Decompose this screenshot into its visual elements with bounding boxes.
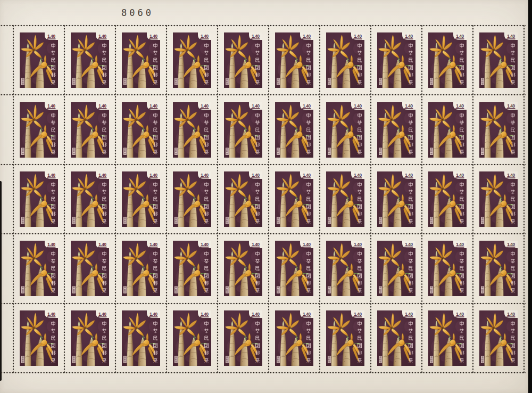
stamp-artwork bbox=[377, 171, 415, 227]
stamp-artwork bbox=[326, 32, 364, 88]
stamp-artwork bbox=[224, 171, 262, 227]
stamp-artwork bbox=[479, 171, 518, 227]
stamp-artwork bbox=[428, 310, 467, 366]
stamp-artwork bbox=[275, 171, 313, 227]
stamp-artwork bbox=[275, 102, 313, 158]
stamp bbox=[218, 165, 269, 234]
scan-edge-left bbox=[0, 181, 2, 381]
stamp bbox=[13, 304, 64, 373]
stamp bbox=[422, 234, 473, 303]
stamp-artwork bbox=[20, 241, 58, 296]
stamp-artwork bbox=[224, 32, 262, 88]
stamp-artwork bbox=[377, 241, 415, 296]
stamp-artwork bbox=[275, 32, 313, 88]
stamp-sheet: 8060 bbox=[0, 0, 528, 393]
stamp bbox=[269, 304, 320, 373]
perforation-column bbox=[523, 24, 525, 374]
perforation-column bbox=[319, 24, 321, 374]
stamp bbox=[371, 304, 422, 373]
perforation-column bbox=[217, 24, 219, 374]
stamp-artwork bbox=[224, 241, 262, 296]
stamp-artwork bbox=[173, 171, 211, 227]
stamp bbox=[320, 26, 371, 95]
stamp-artwork bbox=[428, 171, 467, 227]
stamp bbox=[167, 165, 218, 234]
stamp-artwork bbox=[428, 241, 467, 296]
stamp-artwork bbox=[377, 32, 415, 88]
stamp-artwork bbox=[173, 310, 211, 366]
stamp bbox=[371, 95, 422, 164]
stamp bbox=[167, 26, 218, 95]
perforation-column bbox=[165, 24, 168, 374]
stamp bbox=[320, 95, 371, 164]
stamp-artwork bbox=[377, 310, 415, 366]
stamp-artwork bbox=[20, 102, 58, 158]
stamp bbox=[115, 26, 167, 95]
stamp bbox=[473, 26, 524, 95]
perforation-row bbox=[0, 233, 526, 235]
stamp bbox=[115, 304, 167, 373]
stamp bbox=[422, 95, 473, 164]
stamp bbox=[422, 304, 473, 373]
stamp bbox=[218, 95, 269, 164]
perforation-column bbox=[421, 24, 423, 374]
stamp bbox=[371, 165, 422, 234]
stamp-artwork bbox=[20, 32, 58, 88]
stamp-artwork bbox=[122, 171, 160, 227]
stamp-artwork bbox=[122, 102, 160, 158]
stamp bbox=[320, 234, 371, 303]
stamp bbox=[115, 95, 167, 164]
stamp-artwork bbox=[71, 32, 109, 88]
stamp bbox=[64, 165, 115, 234]
stamp bbox=[64, 234, 115, 303]
perforation-column bbox=[268, 24, 270, 374]
stamp bbox=[64, 304, 115, 373]
stamp bbox=[167, 95, 218, 164]
perforation-row bbox=[0, 372, 526, 374]
stamp bbox=[167, 234, 218, 303]
stamp bbox=[13, 95, 64, 164]
perforation-row bbox=[0, 163, 526, 166]
stamp-artwork bbox=[479, 32, 518, 88]
stamp bbox=[13, 165, 64, 234]
sheet-control-number: 8060 bbox=[121, 7, 154, 18]
stamp-artwork bbox=[224, 310, 262, 366]
stamp-artwork bbox=[71, 171, 109, 227]
perforation-column bbox=[63, 24, 65, 374]
stamp bbox=[473, 165, 524, 234]
perforation-column bbox=[12, 24, 14, 374]
stamp bbox=[269, 26, 320, 95]
stamp-artwork bbox=[122, 241, 160, 296]
stamp bbox=[371, 234, 422, 303]
stamp-artwork bbox=[326, 310, 364, 366]
stamp bbox=[269, 95, 320, 164]
stamp-artwork bbox=[122, 310, 160, 366]
stamp-artwork bbox=[71, 102, 109, 158]
perforation-row bbox=[0, 94, 526, 96]
stamp bbox=[64, 26, 115, 95]
stamp-artwork bbox=[479, 102, 518, 158]
stamp-artwork bbox=[326, 241, 364, 296]
stamp bbox=[218, 26, 269, 95]
stamp bbox=[269, 234, 320, 303]
stamp bbox=[218, 304, 269, 373]
stamp bbox=[422, 26, 473, 95]
stamp bbox=[473, 234, 524, 303]
stamp bbox=[115, 165, 167, 234]
stamp-artwork bbox=[173, 32, 211, 88]
stamp bbox=[269, 165, 320, 234]
stamp bbox=[218, 234, 269, 303]
stamp bbox=[422, 165, 473, 234]
stamp bbox=[13, 234, 64, 303]
stamp bbox=[115, 234, 167, 303]
stamp-artwork bbox=[20, 310, 58, 366]
stamp bbox=[473, 304, 524, 373]
stamp-artwork bbox=[20, 171, 58, 227]
stamp bbox=[473, 95, 524, 164]
stamp-artwork bbox=[173, 241, 211, 296]
perforation-row bbox=[0, 24, 526, 27]
stamp-artwork bbox=[122, 32, 160, 88]
stamp bbox=[320, 165, 371, 234]
stamp bbox=[64, 95, 115, 164]
perforation-column bbox=[370, 24, 372, 374]
